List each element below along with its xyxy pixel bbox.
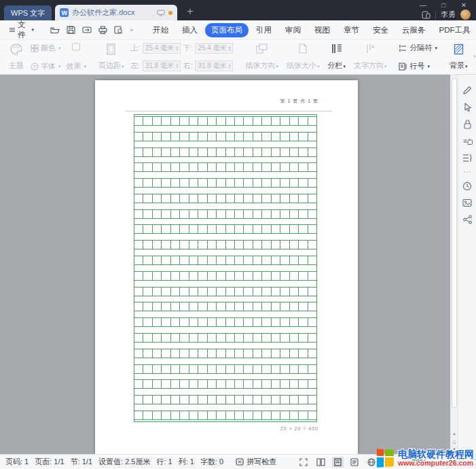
more-tools-dim-icon[interactable]: [462, 170, 472, 174]
grid-cell: [290, 133, 299, 141]
menu-tab-插入[interactable]: 插入: [176, 23, 204, 37]
save-button[interactable]: [64, 24, 78, 35]
grid-cell: [244, 288, 253, 296]
page-decor-group: 背景▾ 页面边框 稿纸设置: [443, 42, 476, 72]
grid-cell: [208, 349, 217, 358]
print-preview-button[interactable]: [111, 24, 126, 35]
grid-cell: [262, 163, 271, 171]
grid-cell: [162, 411, 170, 419]
browse-object-icon[interactable]: ◻: [453, 439, 456, 444]
line-numbers-button[interactable]: 行号▾: [399, 61, 437, 71]
text-direction-button[interactable]: A 文字方向▾: [352, 43, 388, 71]
spinner-icon[interactable]: ▲▼: [175, 63, 179, 69]
grid-row: [134, 302, 316, 311]
book-view-button[interactable]: [314, 457, 327, 468]
font-scheme-button[interactable]: T 字体▾: [31, 61, 61, 71]
menu-tab-云服务[interactable]: 云服务: [396, 23, 432, 37]
export-button[interactable]: [79, 24, 94, 35]
margins-button[interactable]: 页边距▾: [97, 43, 126, 71]
menu-tab-视图[interactable]: 视图: [308, 23, 336, 37]
outline-icon[interactable]: [462, 154, 472, 162]
maximize-button[interactable]: □: [437, 1, 450, 10]
more-tools-icon[interactable]: »: [127, 27, 136, 33]
document-page[interactable]: 第 1 页 共 1 页 20 × 20 = 400: [95, 80, 358, 454]
edit-pen-icon[interactable]: [462, 86, 472, 95]
grid-cell: [272, 256, 280, 264]
orientation-button[interactable]: 纸张方向▾: [244, 43, 280, 71]
menu-tab-页面布局[interactable]: 页面布局: [205, 23, 249, 37]
ribbon-more-icon[interactable]: ›: [473, 52, 475, 60]
grid-cell: [280, 210, 289, 218]
ribbon: 主题 颜色▾ T 字体▾ 效果▾: [0, 39, 476, 75]
status-item[interactable]: 节: 1/1: [71, 457, 92, 467]
status-item[interactable]: 页码: 1: [5, 457, 29, 467]
scrollbar-thumb[interactable]: [452, 78, 457, 408]
document-tab[interactable]: W 办公软件之家.docx: [55, 5, 177, 20]
status-item[interactable]: 页面: 1/1: [35, 457, 64, 467]
prev-page-icon[interactable]: ▲: [452, 432, 456, 436]
margin-field-input[interactable]: 25.4 毫米▲▼: [195, 43, 233, 54]
grid-cell: [217, 117, 225, 125]
lock-icon[interactable]: [463, 120, 472, 129]
history-icon[interactable]: [462, 181, 472, 191]
spinner-icon[interactable]: ▲▼: [175, 46, 179, 51]
cursor-icon[interactable]: [463, 103, 472, 112]
theme-button[interactable]: 主题: [7, 43, 25, 71]
minimize-button[interactable]: —: [416, 1, 430, 10]
grid-cell: [244, 133, 253, 141]
close-button[interactable]: ✕: [457, 1, 471, 10]
paper-size-button[interactable]: 纸张大小▾: [285, 43, 321, 71]
grid-cell: [244, 349, 253, 358]
outline-view-button[interactable]: [348, 457, 361, 468]
grid-cell: [290, 288, 299, 296]
spinner-icon[interactable]: ▲▼: [228, 46, 232, 51]
vertical-scrollbar[interactable]: ▲ ◻ ▼: [450, 75, 458, 454]
fullscreen-view-button[interactable]: [297, 457, 310, 468]
grid-cell: [253, 288, 262, 296]
spinner-icon[interactable]: ▲▼: [228, 63, 232, 69]
status-item[interactable]: 列: 1: [179, 457, 194, 467]
menu-tab-安全[interactable]: 安全: [367, 23, 395, 37]
grid-cell: [198, 117, 207, 125]
spell-check-button[interactable]: 拼写检查: [236, 457, 276, 467]
columns-button[interactable]: 分栏▾: [326, 43, 347, 71]
grid-cell: [308, 194, 316, 203]
file-menu-button[interactable]: 文件 ▾: [5, 20, 38, 40]
new-tab-button[interactable]: +: [187, 3, 193, 20]
avatar[interactable]: [460, 10, 471, 20]
manuscript-grid[interactable]: [134, 114, 317, 422]
background-button[interactable]: 背景▾: [448, 43, 469, 71]
user-name[interactable]: 李勇: [441, 10, 456, 20]
share-icon[interactable]: [463, 215, 472, 224]
grid-cell: [217, 349, 225, 358]
print-button[interactable]: [96, 24, 110, 35]
card-icon[interactable]: [462, 198, 472, 207]
color-scheme-button[interactable]: 颜色▾: [31, 43, 61, 53]
page-view-button[interactable]: [332, 457, 344, 468]
menu-tab-开始[interactable]: 开始: [147, 23, 175, 37]
effect-button[interactable]: 效果▾: [67, 61, 87, 71]
menu-tab-审阅[interactable]: 审阅: [279, 23, 307, 37]
app-tab[interactable]: WPS 文字: [4, 5, 52, 20]
status-item[interactable]: 行: 1: [156, 457, 172, 467]
margin-field-input[interactable]: 31.8 毫米▲▼: [143, 60, 181, 71]
open-button[interactable]: [48, 24, 62, 35]
margin-field-input[interactable]: 25.4 毫米▲▼: [143, 43, 181, 54]
device-icon[interactable]: [422, 11, 431, 19]
grid-cell: [244, 179, 253, 187]
breaks-button[interactable]: 分隔符▾: [399, 43, 437, 53]
status-item[interactable]: 设置值: 2.5厘米: [98, 457, 150, 467]
menu-tab-引用[interactable]: 引用: [250, 23, 278, 37]
menu-tab-章节[interactable]: 章节: [337, 23, 365, 37]
grid-row: [134, 240, 316, 249]
grid-cell: [153, 288, 162, 296]
grid-cell: [272, 179, 280, 187]
document-canvas[interactable]: 第 1 页 共 1 页 20 × 20 = 400: [0, 75, 450, 454]
status-item[interactable]: 字数: 0: [200, 457, 223, 467]
monitor-icon[interactable]: [157, 10, 165, 16]
grid-cell: [171, 288, 180, 296]
menu-tab-PDF工具[interactable]: PDF工具: [433, 23, 476, 37]
grid-cell: [217, 318, 225, 326]
translate-icon[interactable]: a: [462, 137, 473, 146]
margin-field-input[interactable]: 31.8 毫米▲▼: [195, 60, 233, 71]
